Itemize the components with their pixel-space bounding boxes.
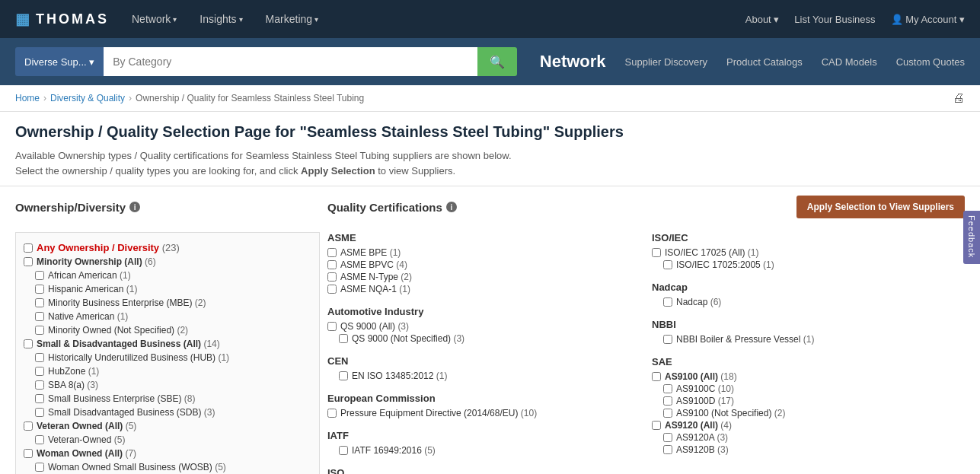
as9100-all-checkbox[interactable] <box>652 372 661 381</box>
asme-bpe-label[interactable]: ASME BPE (1) <box>340 247 401 258</box>
nav-network[interactable]: Network ▾ <box>132 13 177 25</box>
woman-owned-label[interactable]: Woman Owned (All) (7) <box>37 448 136 459</box>
qs9000-all-label[interactable]: QS 9000 (All) (3) <box>340 321 409 332</box>
as9120a-label[interactable]: AS9120A (3) <box>676 432 728 443</box>
as9100c-label[interactable]: AS9100C (10) <box>676 383 734 394</box>
veteran-owned-checkbox[interactable] <box>35 435 44 444</box>
veteran-owned-label[interactable]: Veteran Owned (All) (5) <box>37 421 136 431</box>
small-disadvantaged-all-checkbox[interactable] <box>24 339 33 348</box>
isoiec-17025-2005-label[interactable]: ISO/IEC 17025:2005 (1) <box>676 259 774 270</box>
nadcap-checkbox[interactable] <box>663 297 672 307</box>
minority-not-specified-label[interactable]: Minority Owned (Not Specified) (2) <box>48 325 188 336</box>
nbbi-boiler-checkbox[interactable] <box>663 335 672 344</box>
as9120-all-checkbox[interactable] <box>652 421 661 430</box>
as9100-all-label[interactable]: AS9100 (All) (18) <box>665 371 737 382</box>
breadcrumb-home[interactable]: Home <box>15 93 40 103</box>
native-american-label[interactable]: Native American (1) <box>48 311 128 322</box>
apply-selection-button[interactable]: Apply Selection to View Suppliers <box>796 196 965 218</box>
wosb-checkbox[interactable] <box>35 463 44 472</box>
as9120-all-label[interactable]: AS9120 (All) (4) <box>665 420 732 431</box>
nav-product-catalogs[interactable]: Product Catalogs <box>726 56 803 68</box>
mbe-checkbox[interactable] <box>35 298 44 307</box>
as9100d-label[interactable]: AS9100D (17) <box>676 396 734 406</box>
nav-marketing[interactable]: Marketing ▾ <box>266 13 318 25</box>
as9100d-checkbox[interactable] <box>663 396 672 406</box>
nav-supplier-discovery[interactable]: Supplier Discovery <box>625 56 707 68</box>
asme-bpe-checkbox[interactable] <box>327 248 337 257</box>
any-ownership-label[interactable]: Any Ownership / Diversity (23) <box>37 242 180 253</box>
minority-ownership-all-checkbox[interactable] <box>24 257 33 266</box>
en-iso-13485-checkbox[interactable] <box>339 371 348 380</box>
sbe-label[interactable]: Small Business Enterprise (SBE) (8) <box>48 393 195 404</box>
ped-label[interactable]: Pressure Equipment Directive (2014/68/EU… <box>340 408 537 418</box>
nav-about[interactable]: About ▾ <box>745 14 780 25</box>
african-american-label[interactable]: African American (1) <box>48 270 131 281</box>
asme-bpvc-label[interactable]: ASME BPVC (4) <box>340 259 407 270</box>
native-american-checkbox[interactable] <box>35 312 44 321</box>
as9100c-checkbox[interactable] <box>663 384 672 393</box>
veteran-owned-all-checkbox[interactable] <box>24 422 33 431</box>
search-category-dropdown[interactable]: Diverse Sup... ▾ <box>15 47 104 76</box>
nbbi-boiler-label[interactable]: NBBI Boiler & Pressure Vessel (1) <box>676 334 814 345</box>
veteran-owned-sub-label[interactable]: Veteran-Owned (5) <box>48 434 125 445</box>
nav-list-business[interactable]: List Your Business <box>794 14 875 25</box>
as9120b-label[interactable]: AS9120B (3) <box>676 444 729 455</box>
list-item: Veteran Owned (All) (5) <box>24 419 311 433</box>
any-ownership-checkbox[interactable] <box>24 243 33 253</box>
small-disadvantaged-label[interactable]: Small & Disadvantaged Business (All) (14… <box>37 339 220 349</box>
sbe-checkbox[interactable] <box>35 394 44 403</box>
nav-cad-models[interactable]: CAD Models <box>822 56 877 68</box>
isoiec-17025-2005-checkbox[interactable] <box>663 260 672 269</box>
nav-my-account[interactable]: 👤 My Account ▾ <box>891 14 965 25</box>
quality-panel: ASME ASME BPE (1) ASME BPVC (4) ASME N-T… <box>327 232 965 474</box>
qs9000-not-specified-checkbox[interactable] <box>339 334 348 343</box>
asme-ntype-checkbox[interactable] <box>327 272 337 282</box>
minority-not-specified-checkbox[interactable] <box>35 326 44 335</box>
as9100-not-specified-label[interactable]: AS9100 (Not Specified) (2) <box>676 408 785 418</box>
nadcap-label[interactable]: Nadcap (6) <box>676 297 721 307</box>
as9120b-checkbox[interactable] <box>663 445 672 454</box>
asme-bpvc-checkbox[interactable] <box>327 260 337 269</box>
asme-nqa1-checkbox[interactable] <box>327 285 337 294</box>
african-american-checkbox[interactable] <box>35 271 44 280</box>
as9120a-checkbox[interactable] <box>663 433 672 442</box>
nav-insights[interactable]: Insights ▾ <box>200 13 242 25</box>
quality-info-icon[interactable]: i <box>446 202 457 212</box>
list-item: Veteran-Owned (5) <box>24 433 311 447</box>
hubzone-label[interactable]: HubZone (1) <box>48 366 99 377</box>
cert-european-title: European Commission <box>327 393 640 404</box>
sdb-checkbox[interactable] <box>35 408 44 417</box>
search-button[interactable]: 🔍 <box>477 47 517 76</box>
sba8a-checkbox[interactable] <box>35 380 44 390</box>
qs9000-all-checkbox[interactable] <box>327 322 337 331</box>
list-item: Woman Owned Small Business (WOSB) (5) <box>24 460 311 474</box>
woman-owned-all-checkbox[interactable] <box>24 449 33 458</box>
nav-custom-quotes[interactable]: Custom Quotes <box>896 56 965 68</box>
isoiec-17025-all-label[interactable]: ISO/IEC 17025 (All) (1) <box>665 247 758 258</box>
hub-label[interactable]: Historically Underutilized Business (HUB… <box>48 352 229 363</box>
as9100-not-specified-checkbox[interactable] <box>663 409 672 418</box>
asme-ntype-label[interactable]: ASME N-Type (2) <box>340 272 412 282</box>
isoiec-17025-all-checkbox[interactable] <box>652 248 661 257</box>
search-input[interactable] <box>104 47 477 76</box>
hub-checkbox[interactable] <box>35 353 44 362</box>
mbe-label[interactable]: Minority Business Enterprise (MBE) (2) <box>48 297 206 308</box>
sba8a-label[interactable]: SBA 8(a) (3) <box>48 380 98 390</box>
breadcrumb-diversity[interactable]: Diversity & Quality <box>50 93 125 103</box>
hispanic-american-label[interactable]: Hispanic American (1) <box>48 284 137 294</box>
minority-ownership-label[interactable]: Minority Ownership (All) (6) <box>37 256 156 267</box>
logo[interactable]: ▦ THOMAS <box>15 10 109 28</box>
ped-checkbox[interactable] <box>327 409 337 418</box>
asme-nqa1-label[interactable]: ASME NQA-1 (1) <box>340 284 410 294</box>
feedback-button[interactable]: Feedback <box>963 211 980 264</box>
hubzone-checkbox[interactable] <box>35 367 44 376</box>
sdb-label[interactable]: Small Disadvantaged Business (SDB) (3) <box>48 407 215 418</box>
qs9000-not-specified-label[interactable]: QS 9000 (Not Specified) (3) <box>352 333 464 344</box>
wosb-label[interactable]: Woman Owned Small Business (WOSB) (5) <box>48 462 226 472</box>
hispanic-american-checkbox[interactable] <box>35 285 44 294</box>
ownership-info-icon[interactable]: i <box>129 202 140 212</box>
iatf-16949-checkbox[interactable] <box>339 446 348 455</box>
iatf-16949-label[interactable]: IATF 16949:2016 (5) <box>352 445 436 456</box>
en-iso-13485-label[interactable]: EN ISO 13485:2012 (1) <box>352 371 447 381</box>
print-icon[interactable]: 🖨 <box>953 91 965 105</box>
